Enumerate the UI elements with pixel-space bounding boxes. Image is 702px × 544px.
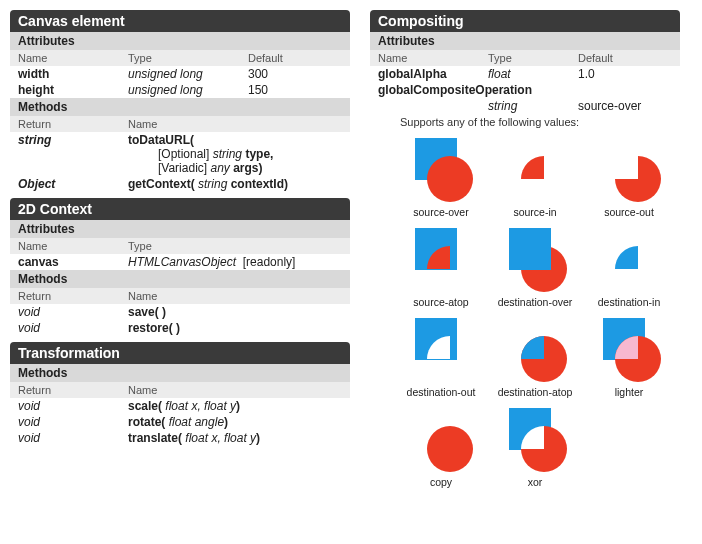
swatch-xor: xor [490, 408, 580, 488]
sig-args: float x, float y [185, 431, 256, 445]
circle-icon [521, 426, 567, 472]
method-name: scale( float x, float y) [120, 398, 350, 414]
swatch-destination-atop: destination-atop [490, 318, 580, 398]
context2d-attributes-table: Name Type canvas HTMLCanvasObject [reado… [10, 238, 350, 270]
method-name: translate( float x, float y) [120, 430, 350, 446]
swatch-label: source-in [490, 206, 580, 218]
table-row: globalCompositeOperation [370, 82, 680, 98]
swatch-label: source-atop [396, 296, 486, 308]
sig-suffix: ) [256, 431, 260, 445]
table-row: void save( ) [10, 304, 350, 320]
attr-default: 1.0 [570, 66, 680, 82]
circle-icon [615, 156, 661, 202]
sub-methods: Methods [10, 98, 350, 116]
attr-name: height [10, 82, 120, 98]
method-arg-type: string [198, 177, 227, 191]
section-compositing: Compositing [370, 10, 680, 32]
swatch-lighter: lighter [584, 318, 674, 398]
swatch-label: lighter [584, 386, 674, 398]
method-name: rotate( float angle) [120, 414, 350, 430]
swatch-stage [503, 138, 567, 202]
swatch-destination-out: destination-out [396, 318, 486, 398]
sub-methods: Methods [10, 364, 350, 382]
section-2d-context: 2D Context [10, 198, 350, 220]
th-name: Name [10, 50, 120, 66]
attr-name: globalCompositeOperation [370, 82, 680, 98]
circle-icon [427, 426, 473, 472]
circle-cutout-icon [427, 336, 473, 382]
attr-type: float [480, 66, 570, 82]
method-return: void [10, 398, 120, 414]
th-name: Name [10, 238, 120, 254]
table-row: canvas HTMLCanvasObject [readonly] [10, 254, 350, 270]
attr-type: unsigned long [120, 66, 240, 82]
attr-default: source-over [570, 98, 680, 114]
table-row: width unsigned long 300 [10, 66, 350, 82]
method-name: toDataURL( [Optional] string type, [Vari… [120, 132, 350, 176]
transform-methods-table: Return Name void scale( float x, float y… [10, 382, 350, 446]
table-row: height unsigned long 150 [10, 82, 350, 98]
attr-extra: [readonly] [243, 255, 296, 269]
swatch-stage [597, 138, 661, 202]
swatch-label: destination-out [396, 386, 486, 398]
swatch-label: destination-atop [490, 386, 580, 398]
swatch-source-over: source-over [396, 138, 486, 218]
swatch-source-out: source-out [584, 138, 674, 218]
table-row: void restore( ) [10, 320, 350, 336]
table-row: Object getContext( string contextId) [10, 176, 350, 192]
sig-args: float x, float y [165, 399, 236, 413]
arg-prefix: [Variadic] [158, 161, 210, 175]
method-arg-line: [Variadic] any args) [128, 161, 342, 175]
method-return: void [10, 414, 120, 430]
section-transformation: Transformation [10, 342, 350, 364]
compositing-attributes-table: Name Type Default globalAlpha float 1.0 … [370, 50, 680, 114]
th-default: Default [240, 50, 350, 66]
swatch-stage [503, 318, 567, 382]
compositing-values-note: Supports any of the following values: [370, 114, 680, 132]
method-return: void [10, 320, 120, 336]
th-return: Return [10, 382, 120, 398]
swatch-label: source-out [584, 206, 674, 218]
method-name: restore( ) [120, 320, 350, 336]
arg-suffix: type, [242, 147, 273, 161]
th-type: Type [120, 50, 240, 66]
swatch-label: destination-over [490, 296, 580, 308]
section-canvas-element: Canvas element [10, 10, 350, 32]
attr-type: HTMLCanvasObject [128, 255, 236, 269]
method-name: getContext( string contextId) [120, 176, 350, 192]
sig-args: float angle [169, 415, 224, 429]
compositing-swatch-grid: source-over source-in source-out [370, 132, 680, 494]
swatch-source-atop: source-atop [396, 228, 486, 308]
th-type: Type [480, 50, 570, 66]
canvas-attributes-table: Name Type Default width unsigned long 30… [10, 50, 350, 98]
attr-default: 300 [240, 66, 350, 82]
method-sig-prefix: getContext( [128, 177, 198, 191]
right-column: Compositing Attributes Name Type Default… [370, 4, 680, 494]
swatch-label: destination-in [584, 296, 674, 308]
swatch-stage [409, 138, 473, 202]
attr-default: 150 [240, 82, 350, 98]
th-name: Name [120, 116, 350, 132]
swatch-stage [409, 228, 473, 292]
sig-suffix: ) [224, 415, 228, 429]
attr-name: canvas [10, 254, 120, 270]
left-column: Canvas element Attributes Name Type Defa… [10, 4, 350, 494]
th-type: Type [120, 238, 350, 254]
th-return: Return [10, 116, 120, 132]
method-sig-suffix: contextId) [227, 177, 288, 191]
method-return: Object [10, 176, 120, 192]
canvas-methods-table: Return Name string toDataURL( [Optional]… [10, 116, 350, 192]
sig-prefix: translate( [128, 431, 185, 445]
th-default: Default [570, 50, 680, 66]
swatch-label: copy [396, 476, 486, 488]
method-return: void [10, 304, 120, 320]
sub-attributes: Attributes [10, 220, 350, 238]
method-return: void [10, 430, 120, 446]
table-row: string toDataURL( [Optional] string type… [10, 132, 350, 176]
arg-suffix: args) [230, 161, 263, 175]
sig-suffix: ) [236, 399, 240, 413]
swatch-stage [597, 228, 661, 292]
swatch-stage [503, 228, 567, 292]
sig-prefix: rotate( [128, 415, 169, 429]
sub-attributes: Attributes [10, 32, 350, 50]
